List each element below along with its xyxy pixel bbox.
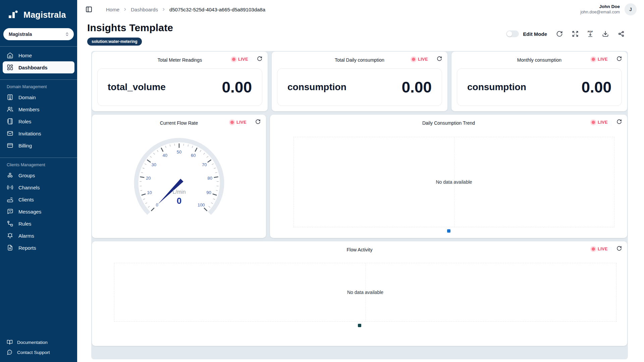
sidebar-item-contact-support[interactable]: Contact Support <box>3 347 74 357</box>
stat-metric-label: consumption <box>287 82 346 93</box>
dashboard-controls: Edit Mode PDF <box>506 31 634 38</box>
sidebar: Magistrala Magistrala Home Dashboards Do… <box>0 0 77 362</box>
sidebar-item-clients[interactable]: Clients <box>3 193 74 205</box>
chevrons-up-down-icon <box>64 32 70 37</box>
svg-text:90: 90 <box>206 190 211 195</box>
router-icon <box>7 196 13 203</box>
svg-text:50: 50 <box>176 149 181 155</box>
sidebar-item-domain[interactable]: Domain <box>3 91 74 103</box>
stat-value: 0.00 <box>581 78 611 96</box>
sidebar-item-label: Reports <box>18 245 36 251</box>
card-title: Monthly consumption <box>517 57 561 63</box>
fullscreen-button[interactable] <box>572 31 579 37</box>
breadcrumb: Home Dashboards d5075c32-525d-4043-a665-… <box>106 7 265 12</box>
live-dot-icon <box>412 58 415 61</box>
workflow-icon <box>7 220 13 227</box>
refresh-icon <box>255 119 261 124</box>
download-button[interactable] <box>602 31 609 37</box>
home-icon <box>7 52 13 59</box>
sidebar-item-invitations[interactable]: Invitations <box>3 127 74 139</box>
download-pdf-button[interactable]: PDF <box>588 31 593 38</box>
file-text-icon <box>7 244 13 251</box>
share-button[interactable] <box>618 31 625 37</box>
avatar[interactable]: J <box>625 3 637 15</box>
live-dot-icon <box>592 58 595 61</box>
sidebar-item-groups[interactable]: Groups <box>3 169 74 181</box>
stat-value: 0.00 <box>401 78 432 96</box>
sidebar-clients-nav: Groups Channels Clients Messages Rules A… <box>0 169 77 254</box>
dashboard-grid-icon <box>7 64 13 71</box>
workspace-select[interactable]: Magistrala <box>3 28 74 40</box>
sidebar-item-documentation[interactable]: Documentation <box>3 337 74 347</box>
user-info: John Doe john.doe@email.com <box>580 4 620 15</box>
legend-marker[interactable] <box>447 229 450 233</box>
trend-legend <box>270 229 627 233</box>
refresh-card-button[interactable] <box>616 246 622 251</box>
refresh-card-button[interactable] <box>616 119 622 124</box>
refresh-dashboard-button[interactable] <box>556 31 563 37</box>
bell-icon <box>7 232 13 239</box>
refresh-icon <box>257 56 262 61</box>
radio-icon <box>7 184 13 191</box>
breadcrumb-dashboards[interactable]: Dashboards <box>131 7 158 12</box>
sidebar-item-label: Messages <box>18 209 41 215</box>
pdf-download-icon: PDF <box>588 31 593 33</box>
refresh-icon <box>616 246 622 251</box>
credit-card-icon <box>7 142 13 149</box>
main-area: Home Dashboards d5075c32-525d-4043-a665-… <box>77 0 644 362</box>
user-email: john.doe@email.com <box>580 10 620 15</box>
bottom-row: Flow Activity LIVE No data available <box>92 241 627 346</box>
sidebar-item-label: Contact Support <box>17 350 50 355</box>
sidebar-item-channels[interactable]: Channels <box>3 181 74 193</box>
sidebar-item-messages[interactable]: Messages <box>3 205 74 218</box>
dashboard-canvas: Total Meter Readings LIVE total_volume 0… <box>91 51 628 359</box>
sidebar-item-rules[interactable]: Rules <box>3 218 74 230</box>
refresh-icon <box>616 119 622 124</box>
live-badge: LIVE <box>592 120 608 125</box>
sidebar-item-home[interactable]: Home <box>3 49 74 61</box>
logo: Magistrala <box>0 0 77 27</box>
refresh-card-button[interactable] <box>616 56 622 61</box>
svg-text:70: 70 <box>202 162 207 167</box>
middle-row: Current Flow Rate LIVE 01020304050607080… <box>92 115 627 238</box>
sidebar-item-roles[interactable]: Roles <box>3 115 74 127</box>
edit-mode-toggle[interactable] <box>506 31 519 37</box>
refresh-card-button[interactable] <box>255 119 261 124</box>
sidebar-toggle-button[interactable] <box>85 6 93 13</box>
stat-metric-label: total_volume <box>108 82 166 93</box>
svg-text:0: 0 <box>176 196 181 206</box>
trend-plot-area: No data available <box>293 137 614 227</box>
sidebar-item-label: Invitations <box>18 131 41 136</box>
groups-cluster-icon <box>7 172 13 179</box>
live-badge: LIVE <box>232 57 248 62</box>
card-daily-consumption-trend: Daily Consumption Trend LIVE No data ava… <box>270 115 627 238</box>
stat-box: total_volume 0.00 <box>97 68 262 106</box>
stat-box: consumption 0.00 <box>457 68 622 106</box>
sidebar-item-alarms[interactable]: Alarms <box>3 230 74 242</box>
sidebar-item-dashboards[interactable]: Dashboards <box>3 61 74 73</box>
breadcrumb-home[interactable]: Home <box>106 7 119 12</box>
sidebar-item-members[interactable]: Members <box>3 103 74 115</box>
sidebar-item-label: Rules <box>18 221 31 227</box>
legend-marker[interactable] <box>358 324 361 327</box>
download-icon <box>602 31 609 37</box>
sidebar-item-billing[interactable]: Billing <box>3 139 74 152</box>
sidebar-item-label: Alarms <box>18 233 34 239</box>
refresh-card-button[interactable] <box>437 56 442 61</box>
svg-text:80: 80 <box>207 176 212 181</box>
refresh-icon <box>437 56 442 61</box>
user-block: John Doe john.doe@email.com J <box>580 3 637 15</box>
refresh-card-button[interactable] <box>257 56 262 61</box>
sidebar-footer: Documentation Contact Support <box>0 337 77 362</box>
card-title: Daily Consumption Trend <box>422 120 475 126</box>
svg-text:40: 40 <box>162 153 167 158</box>
user-name: John Doe <box>580 4 620 10</box>
sidebar-item-label: Channels <box>18 185 40 190</box>
logo-text: Magistrala <box>23 10 66 20</box>
sidebar-item-reports[interactable]: Reports <box>3 242 74 254</box>
chevron-right-icon <box>123 7 127 12</box>
live-badge: LIVE <box>592 246 608 251</box>
workspace-select-value: Magistrala <box>9 32 32 37</box>
flow-plot-area: No data available <box>114 263 616 322</box>
solution-tag: solution:water-metering <box>87 38 142 46</box>
